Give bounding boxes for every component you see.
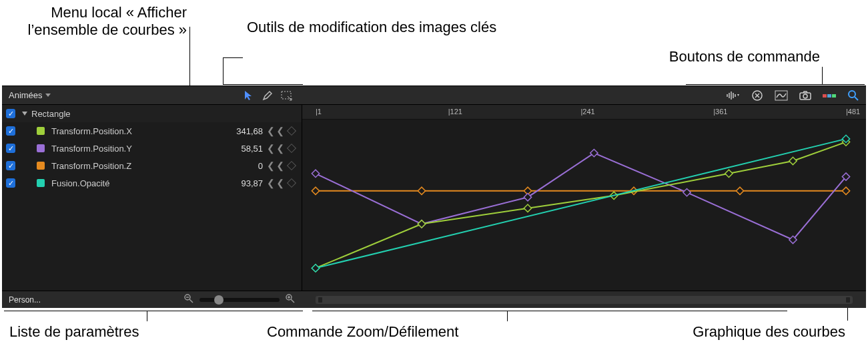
add-keyframe-icon[interactable]: [287, 126, 296, 136]
toolbar: Animées: [2, 86, 866, 105]
svg-line-21: [291, 299, 294, 303]
parameter-name: Transform.Position.Y: [51, 144, 224, 154]
keyframe-point[interactable]: [312, 265, 319, 272]
parameter-value[interactable]: 58,51: [224, 144, 267, 154]
keyframe-nav[interactable]: ❮❯: [267, 160, 295, 171]
zoom-out-icon[interactable]: [183, 293, 194, 306]
prev-keyframe-icon[interactable]: ❮: [267, 126, 275, 136]
checkbox[interactable]: [6, 178, 15, 188]
parameter-row[interactable]: Transform.Position.Y58,51❮❯: [2, 140, 302, 157]
select-tool-icon[interactable]: [244, 90, 254, 101]
clear-button[interactable]: [749, 88, 766, 103]
add-keyframe-icon[interactable]: [287, 178, 296, 188]
keyframe-point[interactable]: [312, 170, 319, 177]
prev-keyframe-icon[interactable]: ❮: [267, 160, 275, 171]
keyframe-point[interactable]: [789, 157, 797, 164]
keyframe-nav[interactable]: ❮❯: [267, 178, 295, 188]
box-select-tool-icon[interactable]: [281, 90, 293, 101]
svg-point-15: [849, 91, 855, 98]
checkbox[interactable]: [6, 126, 15, 136]
add-keyframe-icon[interactable]: [287, 144, 296, 153]
parameter-value[interactable]: 341,68: [224, 126, 267, 136]
parameter-name: Transform.Position.Z: [51, 161, 224, 171]
group-name: Rectangle: [31, 109, 71, 119]
keyframe-point[interactable]: [524, 204, 531, 212]
keyframe-point[interactable]: [590, 149, 598, 156]
keyframe-nav[interactable]: ❮❯: [267, 126, 295, 136]
leader-line: [822, 67, 823, 84]
next-keyframe-icon[interactable]: ❯: [276, 160, 284, 171]
parameter-row[interactable]: Fusion.Opacité93,87❮❯: [2, 174, 302, 192]
checkbox[interactable]: [6, 109, 15, 118]
keyframe-point[interactable]: [418, 187, 425, 194]
parameter-list: Rectangle Transform.Position.X341,68❮❯Tr…: [2, 105, 302, 291]
keyframe-nav[interactable]: ❮❯: [267, 143, 295, 154]
parameter-group-row[interactable]: Rectangle: [2, 105, 302, 122]
scroll-grip-left[interactable]: [318, 297, 322, 303]
keyframe-point[interactable]: [736, 187, 743, 194]
ruler-tick: |1: [316, 108, 322, 116]
leader-line: [223, 84, 303, 85]
pencil-tool-icon[interactable]: [262, 90, 273, 101]
color-swatch: [37, 144, 45, 152]
fit-curves-button[interactable]: [773, 88, 790, 103]
scroll-bar[interactable]: [316, 296, 853, 304]
leader-line: [4, 311, 303, 311]
ruler-tick: |121: [448, 108, 462, 116]
svg-line-18: [189, 299, 193, 303]
leader-line: [223, 57, 224, 84]
zoom-button[interactable]: [845, 88, 862, 103]
leader-line: [312, 311, 787, 311]
curve-graph[interactable]: |1|121|241|361|481: [302, 105, 866, 291]
prev-keyframe-icon[interactable]: ❮: [267, 143, 275, 154]
curve[interactable]: [316, 139, 846, 269]
parameter-value[interactable]: 0: [224, 161, 267, 171]
next-keyframe-icon[interactable]: ❯: [276, 178, 284, 188]
annotation-curve-graph: Graphique des courbes: [693, 323, 845, 341]
leader-line: [147, 311, 147, 321]
next-keyframe-icon[interactable]: ❯: [276, 143, 284, 154]
curve-set-popup[interactable]: Animées: [2, 86, 57, 104]
svg-point-11: [803, 94, 807, 98]
checkbox[interactable]: [6, 144, 15, 153]
parameter-row[interactable]: Transform.Position.X341,68❮❯: [2, 122, 302, 140]
color-swatch: [37, 127, 45, 135]
snapshot-popup[interactable]: Person...: [9, 295, 43, 305]
prev-keyframe-icon[interactable]: ❮: [267, 178, 275, 188]
annotation-zoom-scroll: Commande Zoom/Défilement: [267, 323, 458, 341]
disclosure-triangle-icon[interactable]: [22, 112, 27, 116]
keyframe-point[interactable]: [683, 188, 691, 196]
keyframe-point[interactable]: [524, 194, 531, 201]
parameter-value[interactable]: 93,87: [224, 178, 267, 188]
keyframe-point[interactable]: [842, 187, 849, 194]
checkbox[interactable]: [6, 161, 15, 170]
slider-knob[interactable]: [214, 295, 224, 305]
parameter-row[interactable]: Transform.Position.Z0❮❯: [2, 157, 302, 174]
zoom-slider[interactable]: [199, 298, 280, 302]
ruler-tick: |361: [713, 108, 727, 116]
keyframe-point[interactable]: [312, 187, 319, 194]
time-ruler[interactable]: |1|121|241|361|481: [302, 105, 866, 120]
leader-line: [507, 311, 508, 321]
add-keyframe-icon[interactable]: [287, 161, 296, 170]
color-swatch: [37, 162, 45, 170]
color-swatch: [37, 179, 45, 187]
keyframe-editor: Animées: [2, 85, 866, 307]
ruler-tick: |481: [846, 108, 860, 116]
ruler-tick: |241: [581, 108, 595, 116]
parameter-name: Fusion.Opacité: [51, 178, 224, 188]
svg-rect-14: [832, 94, 836, 98]
leader-line: [189, 27, 190, 95]
keyframe-point[interactable]: [418, 220, 425, 228]
zoom-in-icon[interactable]: [285, 293, 296, 306]
next-keyframe-icon[interactable]: ❯: [276, 126, 284, 136]
audio-waveform-button[interactable]: [725, 88, 742, 103]
annotation-curve-set-menu: Menu local « Afficher l’ensemble de cour…: [7, 4, 187, 39]
colorize-button[interactable]: [821, 88, 838, 103]
parameter-name: Transform.Position.X: [51, 126, 224, 136]
scroll-grip-right[interactable]: [846, 297, 850, 303]
snapshot-button[interactable]: [797, 88, 814, 103]
svg-line-16: [855, 97, 858, 100]
keyframe-point[interactable]: [725, 170, 733, 177]
svg-rect-13: [827, 94, 831, 98]
